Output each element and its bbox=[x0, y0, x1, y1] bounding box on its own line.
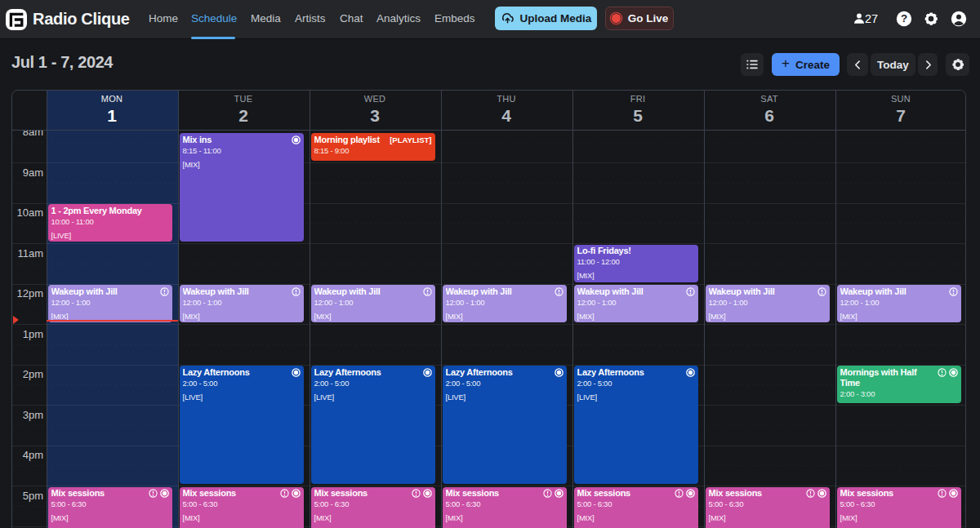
svg-text:?: ? bbox=[901, 12, 907, 24]
